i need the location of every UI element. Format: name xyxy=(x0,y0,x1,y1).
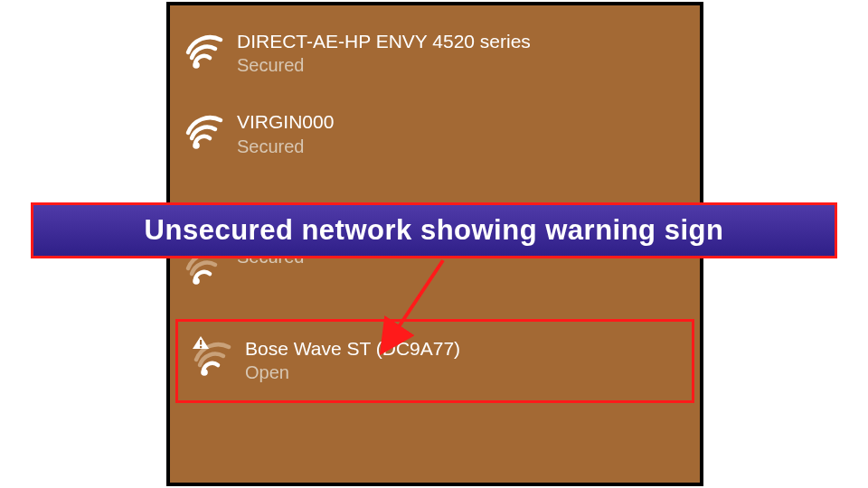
wifi-icon xyxy=(183,108,226,151)
svg-point-1 xyxy=(193,142,200,149)
network-name: DIRECT-AE-HP ENVY 4520 series xyxy=(237,29,531,53)
annotation-banner: Unsecured network showing warning sign xyxy=(31,202,837,258)
network-item[interactable]: VIRGIN000 Secured xyxy=(170,100,700,170)
svg-rect-4 xyxy=(200,340,202,345)
network-info: VIRGIN000 Secured xyxy=(237,108,334,157)
svg-point-0 xyxy=(193,61,200,69)
wifi-icon xyxy=(183,27,226,70)
network-item[interactable]: DIRECT-AE-HP ENVY 4520 series Secured xyxy=(170,20,700,89)
network-status: Secured xyxy=(237,53,531,77)
svg-point-2 xyxy=(193,277,200,285)
highlight-box: Bose Wave ST (DC9A77) Open xyxy=(175,319,694,403)
svg-point-3 xyxy=(201,369,208,376)
network-name: VIRGIN000 xyxy=(237,109,334,134)
network-info: Bose Wave ST (DC9A77) Open xyxy=(245,334,460,384)
network-status: Secured xyxy=(237,135,334,158)
network-info: DIRECT-AE-HP ENVY 4520 series Secured xyxy=(237,27,531,77)
annotation-text: Unsecured network showing warning sign xyxy=(145,214,724,247)
svg-rect-5 xyxy=(200,346,202,348)
network-status: Open xyxy=(245,361,460,384)
network-name: Bose Wave ST (DC9A77) xyxy=(245,336,460,361)
wifi-warning-icon xyxy=(191,334,234,378)
network-item[interactable]: Bose Wave ST (DC9A77) Open xyxy=(178,322,692,400)
